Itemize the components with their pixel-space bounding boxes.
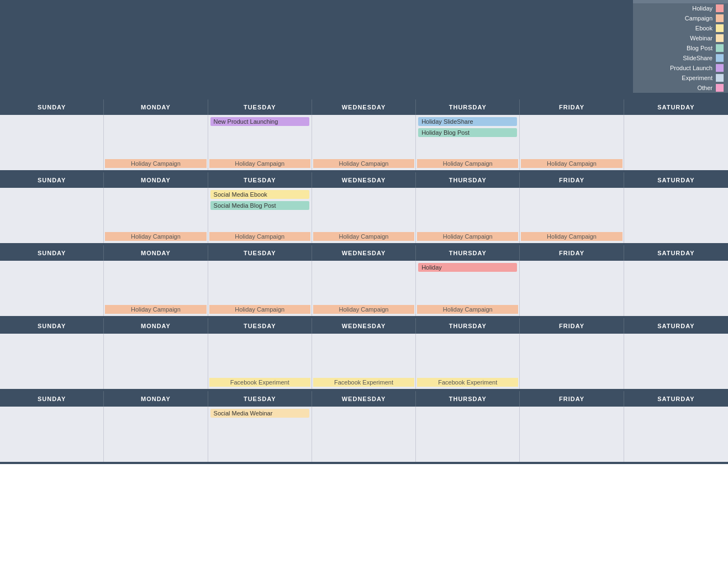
week-row-1: Holiday CampaignNew Product LaunchingHol… xyxy=(0,115,728,172)
key-color-swatch xyxy=(716,64,724,72)
key-color-swatch xyxy=(716,84,724,92)
key-color-swatch xyxy=(716,24,724,32)
day-cell: Holiday Campaign xyxy=(104,115,208,170)
day-header: SATURDAY xyxy=(624,172,728,188)
cell-events: Holiday SlideShareHoliday Blog Post xyxy=(418,117,517,157)
key-item: SlideShare xyxy=(633,53,728,63)
bottom-event-tag: Holiday Campaign xyxy=(209,305,310,314)
day-header: SATURDAY xyxy=(624,245,728,261)
key-item: Other xyxy=(633,83,728,93)
cell-events xyxy=(2,409,101,449)
bottom-event-tag: Holiday Campaign xyxy=(105,305,206,314)
cell-events xyxy=(522,117,621,157)
day-header: WEDNESDAY xyxy=(312,318,416,334)
day-header: FRIDAY xyxy=(520,245,624,261)
day-cell xyxy=(624,407,728,462)
key-label: SlideShare xyxy=(683,55,713,61)
day-header: FRIDAY xyxy=(520,99,624,115)
day-cell: Holiday Campaign xyxy=(312,261,416,316)
bottom-event-tag: Holiday Campaign xyxy=(313,159,414,168)
day-cell xyxy=(104,334,208,389)
day-header: MONDAY xyxy=(104,99,208,115)
cell-events: Social Media Webinar xyxy=(210,409,309,449)
event-tag: Holiday xyxy=(418,263,517,272)
key-color-swatch xyxy=(716,34,724,42)
event-tag: Social Media Blog Post xyxy=(210,201,309,210)
day-header: THURSDAY xyxy=(416,391,520,407)
day-cell: HolidayHoliday Campaign xyxy=(416,261,520,316)
cell-events xyxy=(2,190,101,230)
key-item: Ebook xyxy=(633,23,728,33)
day-header: SUNDAY xyxy=(0,391,104,407)
key-item: Campaign xyxy=(633,13,728,23)
day-cell xyxy=(520,407,624,462)
day-header: FRIDAY xyxy=(520,318,624,334)
cell-events xyxy=(314,117,413,157)
day-cell xyxy=(0,407,104,462)
bottom-event-tag: Holiday Campaign xyxy=(417,305,518,314)
bottom-event-tag: Holiday Campaign xyxy=(521,232,622,241)
day-header: SATURDAY xyxy=(624,391,728,407)
key-color-swatch xyxy=(716,44,724,52)
day-cell xyxy=(624,115,728,170)
day-cell: Holiday Campaign xyxy=(520,188,624,243)
week-2-headers: SUNDAYMONDAYTUESDAYWEDNESDAYTHURSDAYFRID… xyxy=(0,172,728,188)
day-cell: Social Media Webinar xyxy=(208,407,312,462)
event-tag: Social Media Webinar xyxy=(210,409,309,418)
event-tag: Holiday Blog Post xyxy=(418,128,517,137)
key-label: Holiday xyxy=(692,5,713,12)
key-item: Experiment xyxy=(633,73,728,83)
day-header: MONDAY xyxy=(104,172,208,188)
cell-events xyxy=(314,190,413,230)
cell-events xyxy=(418,190,517,230)
bottom-event-tag: Facebook Experiment xyxy=(209,378,310,387)
day-header: SATURDAY xyxy=(624,318,728,334)
day-cell xyxy=(520,261,624,316)
bottom-event-tag: Holiday Campaign xyxy=(417,232,518,241)
day-cell: Holiday Campaign xyxy=(104,188,208,243)
key-panel: HolidayCampaignEbookWebinarBlog PostSlid… xyxy=(633,0,728,93)
key-label: Webinar xyxy=(690,35,713,41)
week-row-3: Holiday CampaignHoliday CampaignHoliday … xyxy=(0,261,728,318)
cell-events xyxy=(314,336,413,376)
cell-events xyxy=(522,336,621,376)
day-header: MONDAY xyxy=(104,391,208,407)
cell-events xyxy=(418,336,517,376)
day-header: THURSDAY xyxy=(416,318,520,334)
day-cell: Holiday Campaign xyxy=(208,261,312,316)
day-cell xyxy=(0,115,104,170)
key-color-swatch xyxy=(716,74,724,82)
cell-events: Social Media EbookSocial Media Blog Post xyxy=(210,190,309,230)
day-header: FRIDAY xyxy=(520,391,624,407)
bottom-event-tag: Holiday Campaign xyxy=(209,159,310,168)
cell-events xyxy=(522,190,621,230)
key-label: Product Launch xyxy=(670,65,713,71)
cell-events xyxy=(2,336,101,376)
day-cell: Holiday Campaign xyxy=(104,261,208,316)
key-color-swatch xyxy=(716,54,724,62)
cell-events xyxy=(626,336,726,376)
header: HolidayCampaignEbookWebinarBlog PostSlid… xyxy=(0,0,728,99)
key-item: Holiday xyxy=(633,3,728,13)
day-header: SATURDAY xyxy=(624,99,728,115)
bottom-event-tag: Holiday Campaign xyxy=(209,232,310,241)
day-header: THURSDAY xyxy=(416,172,520,188)
day-cell: Holiday SlideShareHoliday Blog PostHolid… xyxy=(416,115,520,170)
day-cell xyxy=(624,334,728,389)
day-header: FRIDAY xyxy=(520,172,624,188)
day-header: WEDNESDAY xyxy=(312,245,416,261)
day-cell xyxy=(312,407,416,462)
day-cell: Facebook Experiment xyxy=(208,334,312,389)
key-label: Blog Post xyxy=(687,45,713,51)
week-4-headers: SUNDAYMONDAYTUESDAYWEDNESDAYTHURSDAYFRID… xyxy=(0,318,728,334)
bottom-event-tag: Holiday Campaign xyxy=(105,232,206,241)
week-row-2: Holiday CampaignSocial Media EbookSocial… xyxy=(0,188,728,245)
cell-events xyxy=(522,409,621,449)
day-header: MONDAY xyxy=(104,318,208,334)
day-cell xyxy=(104,407,208,462)
day-cell xyxy=(624,188,728,243)
cell-events xyxy=(626,263,726,303)
key-item: Blog Post xyxy=(633,43,728,53)
cell-events xyxy=(314,263,413,303)
day-header: TUESDAY xyxy=(208,172,312,188)
